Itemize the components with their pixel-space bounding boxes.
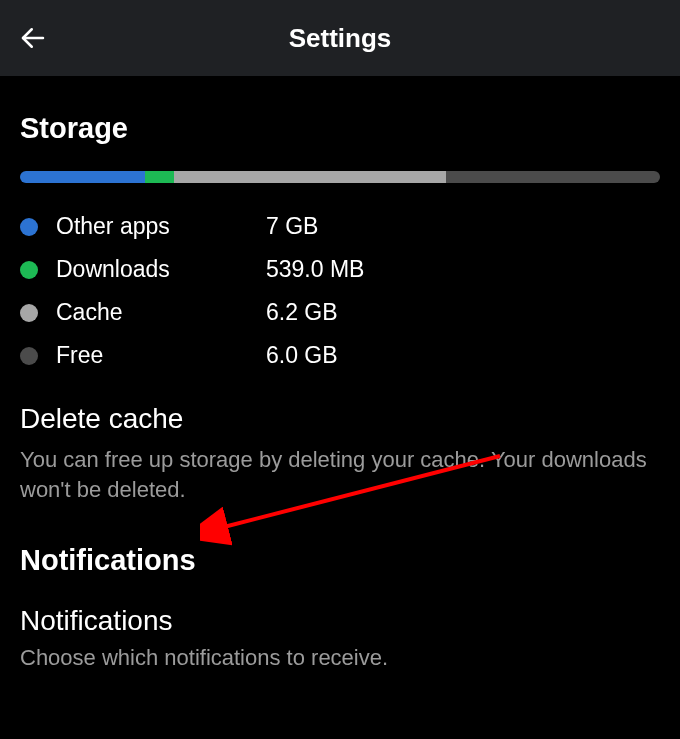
delete-cache-row[interactable]: Delete cache You can free up storage by …: [20, 403, 660, 504]
delete-cache-desc: You can free up storage by deleting your…: [20, 445, 660, 504]
legend-label: Cache: [56, 299, 266, 326]
legend-dot-icon: [20, 261, 38, 279]
delete-cache-title: Delete cache: [20, 403, 660, 435]
storage-segment-downloads: [145, 171, 174, 183]
page-title: Settings: [289, 23, 392, 54]
legend-label: Downloads: [56, 256, 266, 283]
legend-row: Downloads539.0 MB: [20, 256, 660, 283]
back-arrow-icon[interactable]: [18, 23, 48, 53]
storage-segment-other-apps: [20, 171, 145, 183]
legend-label: Free: [56, 342, 266, 369]
header-bar: Settings: [0, 0, 680, 76]
legend-dot-icon: [20, 218, 38, 236]
legend-dot-icon: [20, 304, 38, 322]
legend-row: Free6.0 GB: [20, 342, 660, 369]
notifications-item-desc: Choose which notifications to receive.: [20, 645, 660, 671]
settings-content: Storage Other apps7 GBDownloads539.0 MBC…: [0, 76, 680, 671]
storage-segment-cache: [174, 171, 446, 183]
legend-value: 539.0 MB: [266, 256, 364, 283]
notifications-heading: Notifications: [20, 504, 660, 605]
legend-value: 7 GB: [266, 213, 318, 240]
legend-label: Other apps: [56, 213, 266, 240]
legend-row: Other apps7 GB: [20, 213, 660, 240]
legend-value: 6.0 GB: [266, 342, 338, 369]
notifications-row[interactable]: Notifications Choose which notifications…: [20, 605, 660, 671]
storage-bar: [20, 171, 660, 183]
storage-heading: Storage: [20, 76, 660, 171]
storage-segment-free: [446, 171, 660, 183]
notifications-item-title: Notifications: [20, 605, 660, 637]
legend-dot-icon: [20, 347, 38, 365]
legend-value: 6.2 GB: [266, 299, 338, 326]
legend-row: Cache6.2 GB: [20, 299, 660, 326]
storage-legend: Other apps7 GBDownloads539.0 MBCache6.2 …: [20, 213, 660, 369]
